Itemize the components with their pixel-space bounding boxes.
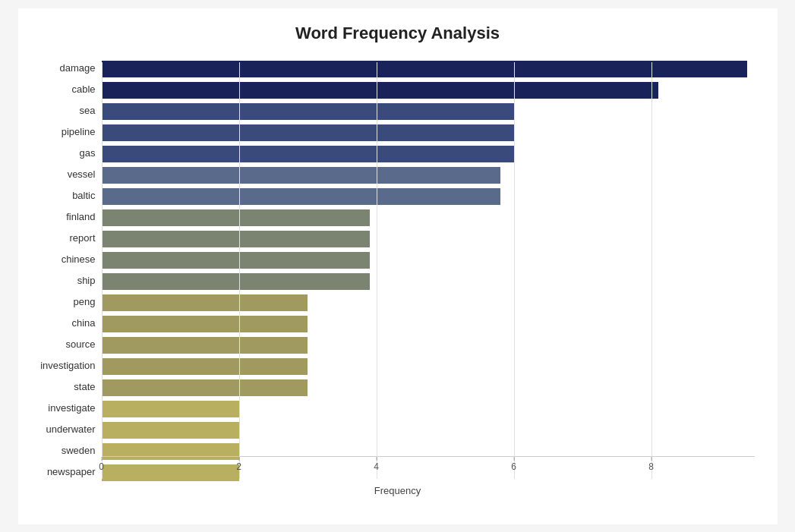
bar xyxy=(102,146,514,162)
grid-line xyxy=(651,62,652,479)
bar-row: report xyxy=(102,228,755,248)
x-tick-label: 4 xyxy=(374,457,379,472)
bar xyxy=(102,124,514,141)
bar xyxy=(102,379,308,396)
bar-row: pipeline xyxy=(102,122,755,142)
bar-label: peng xyxy=(26,296,102,307)
bar xyxy=(102,316,308,332)
chart-title: Word Frequency Analysis xyxy=(41,24,755,43)
grid-line xyxy=(239,62,240,479)
bar-label: source xyxy=(26,338,102,350)
bar xyxy=(102,422,239,439)
bar xyxy=(102,231,370,247)
bar-label: state xyxy=(26,381,102,392)
bar xyxy=(102,401,239,417)
bar-row: vessel xyxy=(102,165,755,184)
bar xyxy=(102,358,308,375)
bar-label: sea xyxy=(26,105,102,116)
bar-label: investigate xyxy=(26,402,102,414)
bar xyxy=(102,103,514,120)
bar-row: source xyxy=(102,335,755,354)
bar xyxy=(102,252,370,269)
bar xyxy=(102,188,500,205)
bar-row: cable xyxy=(102,80,755,99)
x-tick-label: 0 xyxy=(99,457,104,472)
bar-label: gas xyxy=(26,147,102,159)
bar-label: sweden xyxy=(26,445,102,456)
bar-row: sea xyxy=(102,101,755,121)
grid-line xyxy=(377,62,377,479)
bar-label: baltic xyxy=(26,190,102,201)
bar-label: chinese xyxy=(26,253,102,265)
bar-row: damage xyxy=(102,58,755,78)
bar-label: finland xyxy=(26,211,102,222)
bar-label: vessel xyxy=(26,168,102,180)
bar-row: finland xyxy=(102,207,755,227)
bar xyxy=(102,273,370,290)
bar xyxy=(102,209,370,226)
x-axis: 02468 xyxy=(102,456,755,479)
bar-label: pipeline xyxy=(26,126,102,137)
x-tick-label: 2 xyxy=(236,457,241,472)
x-tick-label: 6 xyxy=(511,457,516,472)
bar-label: china xyxy=(26,317,102,329)
bar-row: chinese xyxy=(102,250,755,269)
x-axis-label: Frequency xyxy=(41,485,755,496)
bar-row: peng xyxy=(102,292,755,312)
chart-area: damagecableseapipelinegasvesselbalticfin… xyxy=(102,58,755,483)
chart-container: Word Frequency Analysis damagecableseapi… xyxy=(18,8,778,524)
bar-label: underwater xyxy=(26,423,102,435)
grid-line xyxy=(514,62,515,479)
grid-line xyxy=(102,62,103,479)
bar xyxy=(102,337,308,354)
bar xyxy=(102,167,500,184)
bar-label: report xyxy=(26,232,102,244)
bar-row: ship xyxy=(102,271,755,291)
bar xyxy=(102,294,308,311)
x-tick-label: 8 xyxy=(648,457,654,472)
bar-row: investigation xyxy=(102,356,755,376)
bar-row: investigate xyxy=(102,398,755,418)
bar-row: china xyxy=(102,313,755,333)
bar-row: underwater xyxy=(102,420,755,439)
bars-container: damagecableseapipelinegasvesselbalticfin… xyxy=(102,58,755,453)
bar-label: damage xyxy=(26,62,102,74)
bar-row: state xyxy=(102,377,755,397)
bar-label: newspaper xyxy=(26,466,102,477)
bar-label: cable xyxy=(26,83,102,95)
bar-row: gas xyxy=(102,143,755,163)
bar-label: ship xyxy=(26,275,102,286)
bar xyxy=(102,82,658,99)
bar-row: baltic xyxy=(102,186,755,206)
bar-label: investigation xyxy=(26,360,102,371)
